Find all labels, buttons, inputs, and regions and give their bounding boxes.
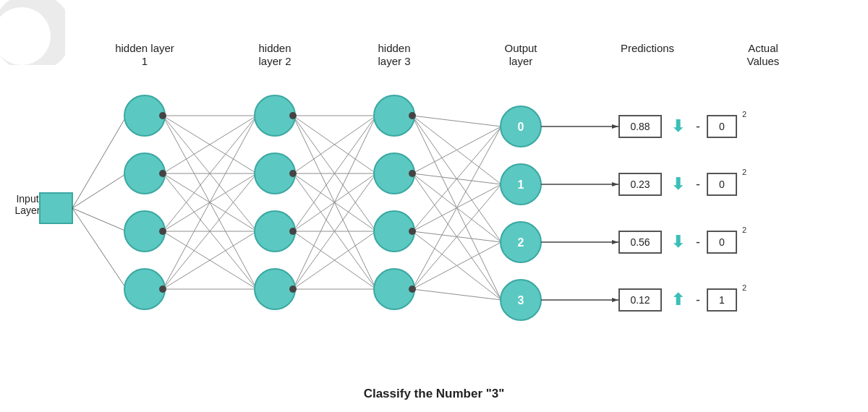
actual-val-0: 0	[719, 121, 725, 132]
header-output: Output	[504, 42, 537, 54]
header-predictions: Predictions	[621, 42, 674, 54]
header-actual-2: Values	[747, 55, 780, 67]
caption: Classify the Number "3"	[364, 387, 505, 401]
h2-arrow-1	[289, 170, 297, 177]
arrow-down-0: ⬇	[671, 117, 684, 135]
h3-arrow-1	[409, 170, 416, 177]
out-label-3: 3	[518, 294, 524, 306]
h2-arrow-2	[289, 228, 297, 235]
h2-node-2	[255, 211, 295, 252]
h3-node-3	[374, 269, 414, 309]
header-hidden1-2: 1	[142, 55, 148, 67]
sup-3: 2	[742, 283, 746, 292]
svg-line-1	[72, 173, 127, 208]
connections-h3-out	[412, 116, 501, 300]
header-hidden2: hidden	[258, 42, 291, 54]
main-container: hidden layer 1 hidden layer 2 hidden lay…	[0, 0, 868, 412]
h3-arrow-3	[409, 286, 416, 293]
svg-line-48	[412, 126, 501, 289]
out-label-2: 2	[518, 236, 524, 249]
h1-arrow-0	[159, 112, 166, 119]
header-hidden2-2: layer 2	[258, 55, 291, 67]
svg-line-51	[412, 289, 501, 300]
pred-val-0: 0.88	[630, 121, 650, 132]
h3-arrow-0	[409, 112, 416, 119]
h2-arrow-3	[289, 286, 297, 293]
dash-3: -	[696, 293, 700, 307]
dash-0: -	[696, 119, 700, 134]
dash-1: -	[696, 177, 700, 192]
h3-node-2	[374, 211, 414, 252]
h1-arrow-2	[159, 228, 166, 235]
connections-h1-h2	[163, 116, 257, 289]
svg-line-3	[72, 208, 127, 289]
svg-line-36	[412, 116, 501, 126]
network-svg: hidden layer 1 hidden layer 2 hidden lay…	[0, 0, 868, 390]
h1-node-1	[124, 153, 165, 194]
h3-node-1	[374, 153, 414, 194]
actual-val-3: 1	[719, 294, 725, 306]
header-actual: Actual	[748, 42, 778, 54]
actual-val-1: 0	[719, 179, 725, 190]
arrow-up-3: ⬆	[671, 291, 684, 309]
header-hidden3-2: layer 3	[378, 55, 410, 67]
connections-input-h1	[72, 116, 127, 289]
h1-arrow-3	[159, 286, 166, 293]
pred-val-2: 0.56	[630, 236, 650, 248]
h2-node-0	[255, 95, 295, 136]
svg-line-0	[72, 116, 127, 208]
h3-arrow-2	[409, 228, 416, 235]
input-layer-label: Input	[16, 193, 38, 205]
h3-node-0	[374, 95, 414, 136]
dash-2: -	[696, 235, 700, 249]
arrow-down-1: ⬇	[671, 175, 684, 193]
h1-arrow-1	[159, 170, 166, 177]
h1-node-0	[124, 95, 165, 136]
sup-0: 2	[742, 110, 746, 119]
pred-val-3: 0.12	[630, 294, 650, 306]
svg-line-49	[412, 184, 501, 289]
out-label-0: 0	[518, 121, 524, 133]
sup-2: 2	[742, 226, 746, 234]
arrow-down-2: ⬇	[671, 233, 684, 251]
header-output-2: layer	[509, 55, 533, 67]
h1-node-2	[124, 211, 165, 252]
pred-val-1: 0.23	[630, 179, 650, 190]
svg-line-44	[412, 126, 501, 231]
actual-val-2: 0	[719, 236, 725, 248]
svg-line-40	[412, 126, 501, 173]
header-hidden1: hidden layer	[115, 42, 174, 54]
connections-h2-h3	[293, 116, 376, 289]
out-label-1: 1	[518, 179, 524, 191]
sup-1: 2	[742, 168, 746, 176]
input-rect	[40, 193, 72, 223]
svg-line-50	[412, 242, 501, 289]
input-layer-label-2: Layer	[14, 205, 40, 216]
h2-node-1	[255, 153, 295, 194]
h2-arrow-0	[289, 112, 297, 119]
h2-node-3	[255, 269, 295, 309]
header-hidden3: hidden	[378, 42, 410, 54]
h1-node-3	[124, 269, 165, 309]
